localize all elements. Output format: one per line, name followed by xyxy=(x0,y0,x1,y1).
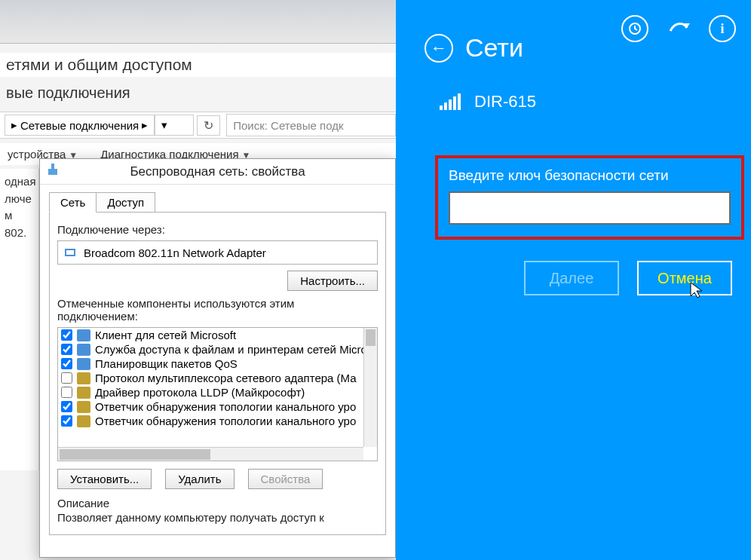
protocol-icon xyxy=(77,372,90,384)
adapter-name: Broadcom 802.11n Network Adapter xyxy=(84,246,266,259)
tab-network[interactable]: Сеть xyxy=(49,192,97,213)
window-subtitle-partial: вые подключения xyxy=(0,81,136,105)
install-button[interactable]: Установить... xyxy=(57,469,152,489)
protocol-icon xyxy=(77,401,90,413)
video-controls: i xyxy=(621,15,736,42)
connect-via-label: Подключение через: xyxy=(57,223,378,236)
breadcrumb-dropdown[interactable]: ▾ xyxy=(155,115,194,136)
component-label: Клиент для сетей Microsoft xyxy=(95,329,236,341)
security-key-label: Введите ключ безопасности сети xyxy=(449,167,731,184)
breadcrumb-segment[interactable]: ▸ Сетевые подключения ▸ xyxy=(5,115,155,136)
wifi-signal-icon xyxy=(440,93,461,110)
breadcrumb-text: Сетевые подключения xyxy=(20,119,139,132)
protocol-icon xyxy=(77,415,90,427)
share-icon[interactable] xyxy=(665,15,692,42)
remove-button[interactable]: Удалить xyxy=(165,469,234,489)
components-label: Отмеченные компоненты используются этим … xyxy=(57,297,378,323)
chevron-right-icon: ▸ xyxy=(142,118,148,132)
component-checkbox[interactable] xyxy=(61,387,72,398)
configure-button[interactable]: Настроить... xyxy=(287,271,378,291)
component-row[interactable]: Драйвер протокола LLDP (Майкрософт) xyxy=(58,385,377,399)
component-row[interactable]: Клиент для сетей Microsoft xyxy=(58,328,377,342)
component-checkbox[interactable] xyxy=(61,358,72,369)
wifi-network-row[interactable]: DIR-615 xyxy=(440,92,536,112)
component-label: Протокол мультиплексора сетевого адаптер… xyxy=(95,372,357,384)
security-key-input[interactable] xyxy=(449,191,731,225)
networks-header: ← Сети xyxy=(425,33,523,63)
component-label: Планировщик пакетов QoS xyxy=(95,357,238,370)
nic-icon xyxy=(64,246,78,259)
tab-strip: Сеть Доступ xyxy=(40,185,395,213)
protocol-icon xyxy=(77,344,90,356)
component-checkbox[interactable] xyxy=(61,415,72,427)
chevron-right-icon: ▸ xyxy=(11,118,17,132)
description-header: Описание xyxy=(57,497,378,510)
back-button[interactable]: ← xyxy=(425,34,453,63)
adapter-icon xyxy=(46,164,60,177)
networks-title: Сети xyxy=(465,33,523,63)
component-row[interactable]: Планировщик пакетов QoS xyxy=(58,357,377,371)
component-checkbox[interactable] xyxy=(61,372,72,384)
refresh-icon: ↻ xyxy=(204,119,213,132)
protocol-icon xyxy=(77,358,90,370)
info-icon[interactable]: i xyxy=(709,15,736,42)
breadcrumb-bar: ▸ Сетевые подключения ▸ ▾ ↻ Поиск: Сетев… xyxy=(0,112,396,139)
vertical-scrollbar[interactable] xyxy=(363,328,377,447)
component-row[interactable]: Ответчик обнаружения топологии канальног… xyxy=(58,414,377,428)
chevron-down-icon: ▾ xyxy=(161,118,167,132)
component-checkbox[interactable] xyxy=(61,401,72,412)
component-checkbox[interactable] xyxy=(61,344,72,355)
description-text: Позволяет данному компьютеру получать до… xyxy=(57,511,378,524)
cancel-label: Отмена xyxy=(658,270,712,287)
protocol-icon xyxy=(77,387,90,399)
cancel-button[interactable]: Отмена xyxy=(637,261,732,295)
properties-dialog: Беспроводная сеть: свойства Сеть Доступ … xyxy=(39,158,396,558)
component-row[interactable]: Протокол мультиплексора сетевого адаптер… xyxy=(58,371,377,385)
clock-icon[interactable] xyxy=(621,15,648,42)
wifi-ssid: DIR-615 xyxy=(474,92,536,112)
networks-panel: i ← Сети DIR-615 Введите ключ безопаснос… xyxy=(396,0,751,560)
component-label: Служба доступа к файлам и принтерам сете… xyxy=(95,343,367,356)
component-row[interactable]: Служба доступа к файлам и принтерам сете… xyxy=(58,342,377,357)
search-placeholder: Поиск: Сетевые подк xyxy=(233,119,343,132)
components-list: Клиент для сетей MicrosoftСлужба доступа… xyxy=(57,327,378,461)
description-box: Описание Позволяет данному компьютеру по… xyxy=(57,497,378,524)
dialog-titlebar: Беспроводная сеть: свойства xyxy=(40,159,395,185)
component-label: Ответчик обнаружения топологии канальног… xyxy=(95,400,356,413)
search-input[interactable]: Поиск: Сетевые подк xyxy=(226,114,396,136)
arrow-left-icon: ← xyxy=(431,38,447,58)
svg-rect-0 xyxy=(51,164,54,169)
properties-button[interactable]: Свойства xyxy=(248,469,323,489)
component-label: Драйвер протокола LLDP (Майкрософт) xyxy=(95,386,305,399)
component-label: Ответчик обнаружения топологии канальног… xyxy=(95,415,356,427)
component-row[interactable]: Ответчик обнаружения топологии канальног… xyxy=(58,399,377,414)
item-label-partial: одная лючe м 802. xyxy=(0,169,39,470)
window-title-partial: етями и общим доступом xyxy=(0,53,396,77)
component-checkbox[interactable] xyxy=(61,329,72,341)
protocol-icon xyxy=(77,329,90,341)
svg-rect-1 xyxy=(48,169,57,175)
tab-access[interactable]: Доступ xyxy=(96,192,155,213)
next-button[interactable]: Далее xyxy=(524,261,619,295)
refresh-button[interactable]: ↻ xyxy=(197,115,220,136)
svg-rect-3 xyxy=(66,250,74,255)
dialog-title: Беспроводная сеть: свойства xyxy=(130,164,305,179)
security-key-block: Введите ключ безопасности сети xyxy=(435,155,744,240)
browser-tab-bar xyxy=(0,0,396,44)
adapter-field: Broadcom 802.11n Network Adapter xyxy=(57,240,378,265)
horizontal-scrollbar[interactable] xyxy=(58,447,363,461)
network-buttons: Далее Отмена xyxy=(524,261,732,295)
tab-panel: Подключение через: Broadcom 802.11n Netw… xyxy=(49,212,386,535)
